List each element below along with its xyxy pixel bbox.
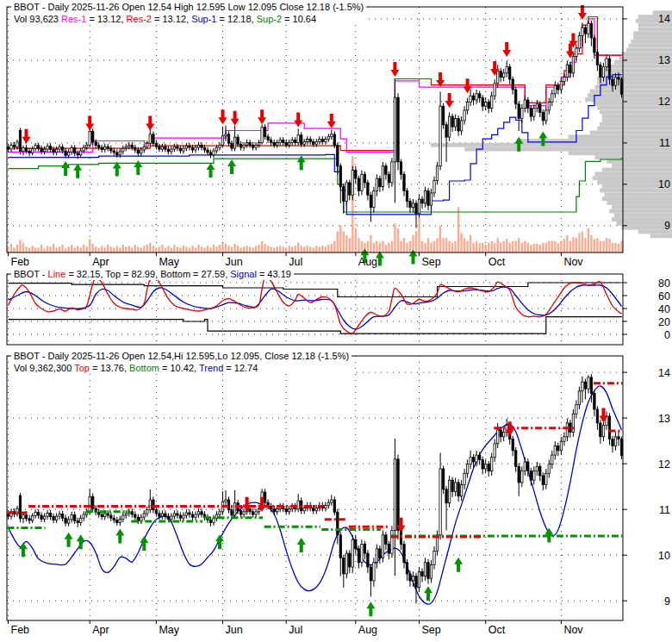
- sell-arrow: [327, 114, 336, 128]
- top-label: Top: [74, 363, 90, 373]
- sell-arrow: [390, 62, 399, 77]
- x-axis-month-label: Sep: [422, 624, 441, 636]
- sell-arrow: [219, 109, 227, 124]
- y-axis-tick-label: 0: [664, 329, 670, 341]
- top-value: = 13.76,: [90, 363, 129, 373]
- sell-arrow: [85, 116, 94, 131]
- x-axis-month-label: Jun: [226, 624, 243, 636]
- x-axis-month-label: Nov: [563, 624, 583, 636]
- indicator-legend: Vol 93,623 Res-1 = 13.12, Res-2 = 13.12,…: [14, 13, 364, 25]
- y-axis-tick-label: 13: [658, 54, 670, 66]
- y-axis-tick-label: 13: [658, 413, 670, 425]
- price-panel-header: BBOT - Daily 2025-11-26 Open 12.54 High …: [11, 1, 366, 25]
- x-axis-month-label: Aug: [358, 256, 377, 268]
- x-axis-month-label: Jul: [289, 256, 302, 268]
- x-axis-month-label: May: [159, 624, 179, 636]
- x-axis-month-label: Feb: [11, 624, 30, 636]
- chart-canvas[interactable]: 14131211109FebAprMayJunJulAugSepOctNov80…: [0, 0, 672, 642]
- sup2-value: = 10.64: [282, 14, 316, 24]
- y-axis-tick-label: 9: [664, 595, 670, 608]
- chart-workspace: 14131211109FebAprMayJunJulAugSepOctNov80…: [0, 0, 672, 642]
- candlesticks: [7, 374, 622, 603]
- res1-label: Res-1: [61, 14, 86, 24]
- buy-arrow: [215, 534, 224, 549]
- sup1-value: = 12.18,: [216, 14, 256, 24]
- buy-arrow: [140, 536, 148, 551]
- trend-price-chart[interactable]: 14131211109FebAprMayJunJulAugSepOctNov: [7, 356, 670, 636]
- y-axis-tick-label: 60: [658, 290, 670, 302]
- buy-arrow: [424, 586, 432, 601]
- y-axis-tick-label: 12: [658, 458, 670, 471]
- x-axis-month-label: Aug: [358, 624, 377, 636]
- bottom-label: Bottom: [129, 363, 159, 373]
- trend-legend: Vol 9,362,300 Top = 13.76, Bottom = 10.4…: [14, 362, 349, 374]
- daily-price-chart[interactable]: 14131211109FebAprMayJunJulAugSepOctNov: [7, 5, 672, 268]
- x-axis-month-label: Jul: [289, 624, 302, 636]
- trend-value: = 12.74: [223, 363, 258, 373]
- y-axis-tick-label: 12: [658, 96, 670, 108]
- volume-profile: [431, 10, 672, 238]
- buy-arrow: [297, 538, 306, 552]
- y-axis-tick-label: 10: [658, 178, 670, 190]
- y-axis-tick-label: 40: [658, 303, 670, 315]
- signal-label: Signal: [230, 269, 257, 279]
- volume-readout-2: Vol 9,362,300: [14, 363, 74, 373]
- signal-value: = 43.19: [257, 269, 291, 279]
- buy-arrow: [366, 601, 375, 616]
- buy-arrow: [19, 542, 28, 557]
- sell-arrow: [22, 129, 31, 144]
- buy-arrow: [65, 533, 73, 547]
- res2-label: Res-2: [127, 14, 152, 24]
- ohlc-summary: BBOT - Daily 2025-11-26 Open 12.54 High …: [14, 1, 364, 13]
- signal-arrows: [22, 5, 587, 266]
- y-axis-tick-label: 11: [659, 504, 670, 516]
- x-axis-month-label: Feb: [11, 256, 30, 268]
- volume-readout: Vol 93,623: [14, 14, 61, 24]
- sup1-label: Sup-1: [191, 14, 216, 24]
- x-axis-month-label: May: [159, 256, 179, 268]
- sup2-label: Sup-2: [257, 14, 282, 24]
- oscillator-panel-header: BBOT - Line = 32.15, Top = 82.99, Bottom…: [11, 268, 294, 280]
- x-axis-month-label: Jun: [226, 256, 243, 268]
- y-axis-tick-label: 11: [659, 137, 670, 149]
- buy-arrow: [61, 161, 70, 176]
- sell-arrow: [445, 93, 454, 108]
- line-label: Line: [48, 269, 66, 279]
- gridlines: [7, 7, 623, 252]
- indicator-lines: [9, 277, 622, 334]
- buy-arrow: [134, 160, 142, 175]
- y-axis-tick-label: 10: [658, 550, 670, 562]
- volume-bars: [7, 156, 622, 252]
- oscillator-chart[interactable]: 806040200: [7, 274, 670, 345]
- trend-panel-header: BBOT - Daily 2025-11-26 Open 12.54,Hi 12…: [11, 350, 352, 374]
- oscillator-symbol: BBOT -: [14, 269, 48, 279]
- buy-arrow: [73, 164, 82, 178]
- gridlines: [7, 356, 623, 620]
- res2-value: = 13.12,: [152, 14, 191, 24]
- x-axis-month-label: Apr: [92, 256, 109, 268]
- x-axis-month-label: Nov: [563, 256, 583, 268]
- sell-arrow: [502, 42, 511, 57]
- candlesticks: [7, 21, 622, 228]
- sell-arrow: [258, 109, 266, 124]
- line-values: = 32.15, Top = 82.99, Bottom = 27.59,: [65, 269, 230, 279]
- sell-arrow: [231, 111, 240, 126]
- y-axis-tick-label: 14: [658, 13, 670, 25]
- y-axis-tick-label: 20: [658, 316, 670, 328]
- x-axis-month-label: Oct: [488, 624, 506, 636]
- buy-arrow: [297, 155, 306, 170]
- sell-arrow: [146, 116, 154, 131]
- y-axis-tick-label: 80: [658, 277, 670, 290]
- panel-border: [7, 356, 623, 620]
- ohlc-summary-2: BBOT - Daily 2025-11-26 Open 12.54,Hi 12…: [14, 350, 349, 362]
- x-axis-month-label: Sep: [422, 256, 441, 268]
- buy-arrow: [115, 528, 124, 543]
- indicator-lines: [9, 386, 622, 604]
- buy-arrow: [207, 163, 215, 178]
- sell-arrow: [294, 113, 302, 128]
- res1-value: = 13.12,: [86, 14, 126, 24]
- trend-label: Trend: [199, 363, 223, 373]
- panel-border: [7, 7, 623, 252]
- y-axis-tick-label: 9: [664, 220, 670, 232]
- buy-arrow: [227, 159, 236, 174]
